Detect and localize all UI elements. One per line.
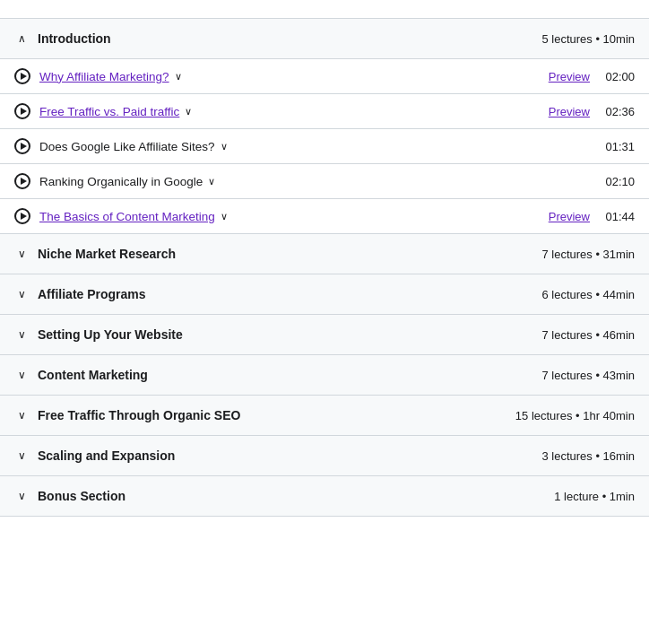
section-header-left: ∨Niche Market Research — [14, 247, 176, 261]
dropdown-icon[interactable]: ∨ — [221, 141, 228, 152]
section-meta: 5 lectures • 10min — [541, 32, 635, 46]
lecture-duration: 01:31 — [602, 140, 635, 153]
lecture-duration: 01:44 — [602, 210, 635, 223]
section-header-content-marketing[interactable]: ∨Content Marketing7 lectures • 43min — [0, 355, 649, 395]
top-bar — [0, 0, 649, 19]
play-icon — [14, 138, 30, 154]
preview-link[interactable]: Preview — [549, 210, 590, 223]
section-affiliate-programs: ∨Affiliate Programs6 lectures • 44min — [0, 274, 649, 315]
lecture-list: Why Affiliate Marketing?∨Preview02:00Fre… — [0, 58, 649, 233]
dropdown-icon[interactable]: ∨ — [175, 71, 182, 83]
lecture-title-text: Does Google Like Affiliate Sites? — [39, 140, 215, 153]
lecture-item: Ranking Organically in Google∨02:10 — [0, 163, 649, 198]
chevron-down-icon: ∨ — [14, 409, 29, 422]
preview-link[interactable]: Preview — [549, 105, 590, 118]
section-title: Scaling and Expansion — [38, 448, 175, 463]
chevron-down-icon: ∨ — [14, 288, 29, 300]
section-title: Free Traffic Through Organic SEO — [38, 408, 240, 422]
lecture-title: Does Google Like Affiliate Sites?∨ — [39, 140, 593, 153]
lecture-actions: Preview02:36 — [549, 105, 635, 118]
section-meta: 3 lectures • 16min — [541, 449, 635, 463]
section-bonus-section: ∨Bonus Section1 lecture • 1min — [0, 476, 649, 517]
course-content-container: ∧Introduction5 lectures • 10minWhy Affil… — [0, 0, 649, 517]
section-free-traffic-seo: ∨Free Traffic Through Organic SEO15 lect… — [0, 396, 649, 436]
preview-link[interactable]: Preview — [549, 70, 590, 83]
section-header-free-traffic-seo[interactable]: ∨Free Traffic Through Organic SEO15 lect… — [0, 396, 649, 435]
section-header-left: ∨Content Marketing — [14, 368, 148, 382]
section-content-marketing: ∨Content Marketing7 lectures • 43min — [0, 355, 649, 396]
chevron-down-icon: ∨ — [14, 328, 29, 341]
section-title: Bonus Section — [38, 489, 125, 503]
chevron-down-icon: ∨ — [14, 369, 29, 381]
lecture-title: Free Traffic vs. Paid traffic∨ — [39, 105, 540, 118]
section-header-left: ∨Free Traffic Through Organic SEO — [14, 408, 240, 422]
lecture-duration: 02:36 — [602, 105, 635, 118]
section-header-left: ∨Affiliate Programs — [14, 287, 146, 301]
section-meta: 7 lectures • 43min — [541, 369, 635, 382]
section-meta: 7 lectures • 46min — [541, 328, 635, 342]
lecture-duration: 02:10 — [602, 175, 635, 188]
lecture-title-link[interactable]: Free Traffic vs. Paid traffic — [39, 105, 179, 118]
lecture-actions: 02:10 — [602, 175, 635, 188]
play-icon — [14, 103, 30, 119]
section-title: Affiliate Programs — [38, 287, 146, 301]
lecture-item: Does Google Like Affiliate Sites?∨01:31 — [0, 128, 649, 163]
lecture-actions: 01:31 — [602, 140, 635, 153]
sections-list: ∧Introduction5 lectures • 10minWhy Affil… — [0, 19, 649, 517]
lecture-item: Why Affiliate Marketing?∨Preview02:00 — [0, 58, 649, 93]
lecture-title: Ranking Organically in Google∨ — [39, 175, 593, 188]
chevron-down-icon: ∨ — [14, 449, 29, 462]
play-icon — [14, 173, 30, 189]
lecture-title: Why Affiliate Marketing?∨ — [39, 70, 540, 83]
section-meta: 6 lectures • 44min — [541, 288, 635, 301]
chevron-down-icon: ∨ — [14, 248, 29, 260]
section-header-scaling-expansion[interactable]: ∨Scaling and Expansion3 lectures • 16min — [0, 436, 649, 475]
section-header-setting-up-your-website[interactable]: ∨Setting Up Your Website7 lectures • 46m… — [0, 315, 649, 354]
dropdown-icon[interactable]: ∨ — [208, 176, 215, 187]
section-title: Niche Market Research — [38, 247, 176, 261]
chevron-up-icon: ∧ — [14, 32, 29, 45]
section-title: Content Marketing — [38, 368, 148, 382]
lecture-duration: 02:00 — [602, 70, 635, 83]
section-meta: 1 lecture • 1min — [554, 490, 635, 503]
play-icon — [14, 68, 30, 84]
section-header-left: ∧Introduction — [14, 31, 111, 46]
lecture-item: Free Traffic vs. Paid traffic∨Preview02:… — [0, 93, 649, 128]
lecture-title: The Basics of Content Marketing∨ — [39, 210, 540, 223]
section-scaling-expansion: ∨Scaling and Expansion3 lectures • 16min — [0, 436, 649, 476]
section-title: Introduction — [38, 31, 111, 46]
lecture-title-text: Ranking Organically in Google — [39, 175, 203, 188]
section-header-left: ∨Bonus Section — [14, 489, 125, 503]
section-header-left: ∨Scaling and Expansion — [14, 448, 175, 463]
section-header-left: ∨Setting Up Your Website — [14, 327, 183, 342]
section-header-introduction[interactable]: ∧Introduction5 lectures • 10min — [0, 19, 649, 58]
play-icon — [14, 208, 30, 224]
lecture-actions: Preview01:44 — [549, 210, 635, 223]
section-meta: 7 lectures • 31min — [541, 248, 635, 261]
lecture-actions: Preview02:00 — [549, 70, 635, 83]
section-setting-up-your-website: ∨Setting Up Your Website7 lectures • 46m… — [0, 315, 649, 355]
dropdown-icon[interactable]: ∨ — [221, 211, 228, 222]
section-niche-market-research: ∨Niche Market Research7 lectures • 31min — [0, 234, 649, 274]
lecture-item: The Basics of Content Marketing∨Preview0… — [0, 198, 649, 233]
section-meta: 15 lectures • 1hr 40min — [515, 409, 635, 422]
lecture-title-link[interactable]: Why Affiliate Marketing? — [39, 70, 169, 83]
section-introduction: ∧Introduction5 lectures • 10minWhy Affil… — [0, 19, 649, 234]
section-header-bonus-section[interactable]: ∨Bonus Section1 lecture • 1min — [0, 476, 649, 516]
dropdown-icon[interactable]: ∨ — [185, 106, 192, 117]
section-header-niche-market-research[interactable]: ∨Niche Market Research7 lectures • 31min — [0, 234, 649, 274]
section-title: Setting Up Your Website — [38, 327, 183, 342]
chevron-down-icon: ∨ — [14, 490, 29, 502]
lecture-title-link[interactable]: The Basics of Content Marketing — [39, 210, 215, 223]
section-header-affiliate-programs[interactable]: ∨Affiliate Programs6 lectures • 44min — [0, 274, 649, 314]
